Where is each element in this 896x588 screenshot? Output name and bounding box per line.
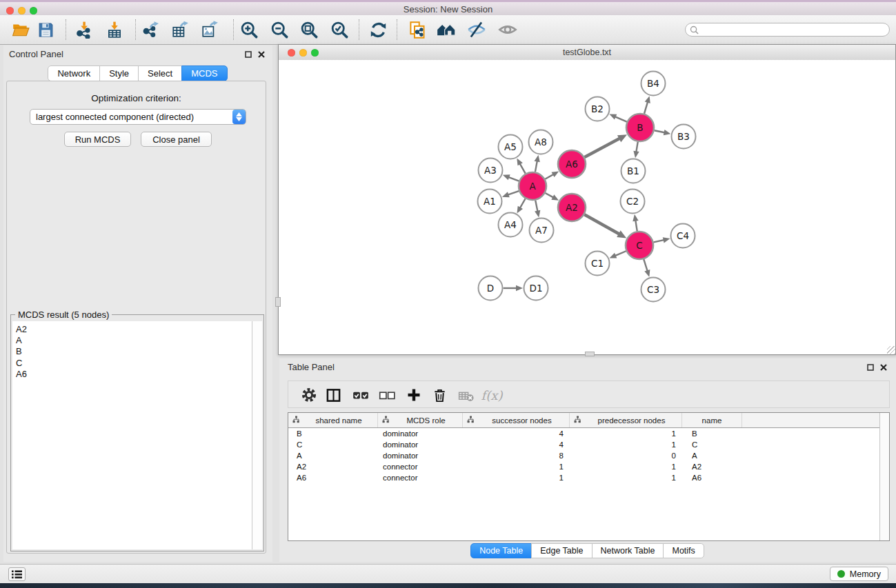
column-header-successor-nodes[interactable]: successor nodes (463, 413, 570, 427)
zoom-out-button[interactable] (268, 19, 291, 41)
table-row[interactable]: A6connector11A6 (288, 472, 889, 483)
graph-node-D[interactable]: D (479, 276, 503, 301)
mcds-result-item[interactable]: A6 (16, 369, 262, 380)
memory-button[interactable]: Memory (830, 567, 888, 581)
bottom-edge-handle[interactable] (585, 352, 595, 356)
graph-node-C4[interactable]: C4 (671, 224, 695, 248)
mcds-result-item[interactable]: A (16, 335, 262, 346)
select-all-checks-button[interactable] (349, 384, 372, 406)
window-resize-grip[interactable] (887, 346, 895, 354)
first-neighbors-button[interactable] (435, 19, 458, 41)
mcds-result-list[interactable]: A2ABCA6 (12, 321, 262, 549)
graph-node-A3[interactable]: A3 (479, 159, 503, 183)
graph-node-B1[interactable]: B1 (621, 159, 646, 183)
graph-node-A4[interactable]: A4 (499, 213, 523, 237)
mcds-result-item[interactable]: A2 (16, 324, 262, 335)
graph-edge-A-A4[interactable] (517, 199, 525, 213)
column-header-MCDS-role[interactable]: MCDS role (378, 413, 463, 427)
export-image-button[interactable] (198, 19, 221, 41)
search-input[interactable] (701, 24, 889, 35)
graph-edge-B-B1[interactable] (633, 142, 639, 158)
float-table-panel-icon[interactable] (866, 363, 875, 372)
hide-selected-button[interactable] (465, 19, 488, 41)
column-header-name[interactable]: name (682, 413, 742, 427)
refresh-button[interactable] (366, 19, 390, 41)
tab-style[interactable]: Style (99, 65, 139, 81)
graph-edge-A-A2[interactable] (545, 193, 559, 201)
graph-edge-B-B4[interactable] (644, 96, 650, 114)
mcds-list-scrollbar[interactable] (252, 321, 262, 549)
table-row[interactable]: Bdominator41B (288, 428, 889, 439)
float-panel-icon[interactable] (243, 50, 252, 59)
graph-node-A6[interactable]: A6 (558, 150, 586, 178)
graph-edge-C-C4[interactable] (653, 237, 670, 243)
export-table-button[interactable] (168, 19, 192, 41)
graph-edge-A6-B[interactable] (585, 134, 628, 157)
network-canvas[interactable]: AA1A2A3A4A5A6A7A8BB1B2B3B4CC1C2C3C4DD1 (279, 60, 895, 354)
network-window-titlebar[interactable]: testGlobe.txt (279, 45, 895, 61)
graph-edge-D-D1[interactable] (504, 285, 524, 291)
graph-edge-A-A3[interactable] (503, 174, 519, 181)
delete-columns-button[interactable] (428, 384, 451, 406)
graph-node-C2[interactable]: C2 (621, 190, 645, 214)
graph-node-C1[interactable]: C1 (586, 252, 610, 276)
delete-table-button[interactable] (454, 384, 477, 406)
table-tab-node-table[interactable]: Node Table (470, 543, 532, 558)
mcds-result-item[interactable]: C (16, 358, 262, 369)
table-tab-motifs[interactable]: Motifs (663, 543, 704, 558)
zoom-in-button[interactable] (237, 19, 261, 41)
graph-edge-A2-C[interactable] (584, 214, 626, 238)
graph-edge-A-A5[interactable] (517, 159, 525, 174)
task-history-button[interactable] (8, 567, 26, 581)
graph-edge-B-B2[interactable] (609, 114, 626, 122)
run-mcds-button[interactable]: Run MCDS (64, 132, 131, 147)
mcds-result-item[interactable]: B (16, 346, 262, 357)
open-session-button[interactable] (9, 19, 32, 41)
import-network-button[interactable] (72, 19, 95, 41)
table-scrollbar[interactable] (879, 413, 889, 540)
graph-node-C[interactable]: C (626, 232, 653, 259)
graph-node-B3[interactable]: B3 (672, 125, 696, 149)
graph-node-A1[interactable]: A1 (478, 190, 502, 214)
zoom-selected-button[interactable] (328, 19, 351, 41)
export-network-button[interactable] (139, 19, 162, 41)
graph-node-A7[interactable]: A7 (530, 219, 554, 243)
deselect-all-checks-button[interactable] (375, 384, 399, 406)
criterion-select[interactable]: largest connected component (directed) (30, 109, 246, 125)
graph-node-A8[interactable]: A8 (529, 130, 553, 154)
table-settings-button[interactable] (297, 384, 321, 406)
graph-node-A2[interactable]: A2 (558, 194, 586, 221)
close-panel-icon[interactable] (257, 50, 266, 59)
close-panel-button[interactable]: Close panel (141, 132, 212, 147)
table-row[interactable]: A2connector11A2 (288, 461, 889, 472)
close-table-panel-icon[interactable] (879, 363, 888, 372)
table-tab-edge-table[interactable]: Edge Table (531, 543, 592, 558)
save-session-button[interactable] (34, 19, 57, 41)
column-header-shared-name[interactable]: shared name (288, 413, 378, 427)
graph-node-B4[interactable]: B4 (641, 72, 666, 96)
graph-node-A[interactable]: A (519, 172, 546, 200)
graph-edge-B-B3[interactable] (655, 130, 671, 135)
node-table[interactable]: shared nameMCDS rolesuccessor nodesprede… (288, 412, 890, 541)
column-visibility-button[interactable] (321, 384, 345, 406)
graph-node-B[interactable]: B (626, 114, 654, 141)
graph-node-C3[interactable]: C3 (641, 278, 666, 302)
table-row[interactable]: Adominator80A (288, 450, 889, 461)
graph-node-B2[interactable]: B2 (586, 97, 610, 121)
new-network-from-selection-button[interactable] (406, 19, 429, 41)
graph-edge-C-C2[interactable] (633, 214, 638, 231)
tab-network[interactable]: Network (48, 65, 100, 81)
zoom-fit-button[interactable] (297, 19, 321, 41)
import-table-button[interactable] (103, 19, 126, 41)
graph-edge-C-C3[interactable] (644, 259, 650, 277)
tab-mcds[interactable]: MCDS (181, 65, 227, 81)
table-row[interactable]: Cdominator41C (288, 439, 889, 450)
show-all-button[interactable] (496, 19, 519, 41)
graph-edge-A-A1[interactable] (502, 191, 519, 197)
graph-edge-C-C1[interactable] (609, 251, 626, 258)
graph-edge-A-A7[interactable] (535, 201, 540, 218)
column-header-predecessor-nodes[interactable]: predecessor nodes (570, 413, 682, 427)
search-field[interactable] (685, 23, 890, 37)
graph-edge-A-A8[interactable] (535, 155, 540, 172)
graph-node-D1[interactable]: D1 (524, 276, 548, 301)
